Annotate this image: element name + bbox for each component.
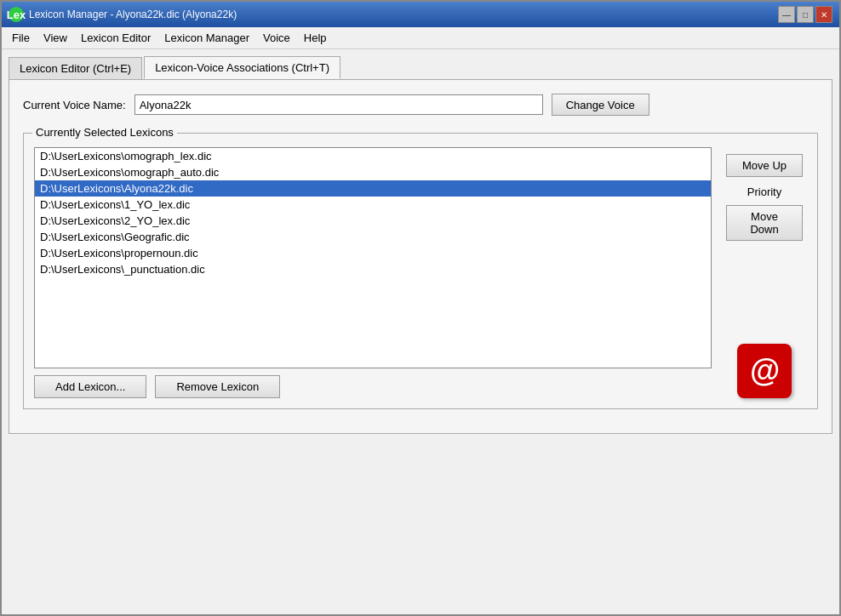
remove-lexicon-button[interactable]: Remove Lexicon (155, 375, 280, 398)
list-item[interactable]: D:\UserLexicons\omograph_auto.dic (35, 164, 711, 180)
voice-row: Current Voice Name: Change Voice (23, 94, 818, 116)
lexicons-controls: Move Up Priority Move Down @ (722, 147, 807, 398)
title-bar: Lex Lexicon Manager - Alyona22k.dic (Aly… (2, 2, 839, 27)
menu-item-file[interactable]: File (5, 29, 37, 47)
main-window: Lex Lexicon Manager - Alyona22k.dic (Aly… (0, 0, 841, 616)
title-bar-left: Lex Lexicon Manager - Alyona22k.dic (Aly… (9, 7, 237, 22)
lexicons-legend: Currently Selected Lexicons (32, 126, 177, 139)
move-down-button[interactable]: Move Down (726, 205, 803, 241)
lexicons-list: D:\UserLexicons\omograph_lex.dicD:\UserL… (34, 147, 712, 398)
bottom-buttons: Add Lexicon... Remove Lexicon (34, 375, 280, 398)
menu-item-help[interactable]: Help (297, 29, 334, 47)
close-button[interactable]: ✕ (815, 6, 832, 23)
tab-lexicon-editor[interactable]: Lexicon Editor (Ctrl+E) (9, 57, 142, 79)
voice-name-label: Current Voice Name: (23, 99, 126, 111)
menu-bar: FileViewLexicon EditorLexicon ManagerVoi… (2, 27, 839, 49)
list-item[interactable]: D:\UserLexicons\_punctuation.dic (35, 261, 711, 277)
list-item[interactable]: D:\UserLexicons\2_YO_lex.dic (35, 213, 711, 229)
change-voice-button[interactable]: Change Voice (552, 94, 649, 116)
content-area: Lexicon Editor (Ctrl+E) Lexicon-Voice As… (2, 49, 839, 614)
bottom-row: Add Lexicon... Remove Lexicon (34, 375, 712, 398)
menu-item-view[interactable]: View (37, 29, 74, 47)
lexicons-body: D:\UserLexicons\omograph_lex.dicD:\UserL… (34, 147, 807, 398)
app-icon-label: Lex (7, 9, 26, 21)
maximize-button[interactable]: □ (797, 6, 814, 23)
menu-item-lexicon-editor[interactable]: Lexicon Editor (74, 29, 157, 47)
minimize-button[interactable]: — (778, 6, 795, 23)
list-item[interactable]: D:\UserLexicons\Geografic.dic (35, 229, 711, 245)
list-item[interactable]: D:\UserLexicons\1_YO_lex.dic (35, 197, 711, 213)
list-item[interactable]: D:\UserLexicons\propernoun.dic (35, 245, 711, 261)
list-item[interactable]: D:\UserLexicons\omograph_lex.dic (35, 148, 711, 164)
tab-content: Current Voice Name: Change Voice Current… (9, 79, 832, 434)
tab-bar: Lexicon Editor (Ctrl+E) Lexicon-Voice As… (9, 56, 832, 79)
lexicons-group: Currently Selected Lexicons D:\UserLexic… (23, 133, 818, 409)
list-item[interactable]: D:\UserLexicons\Alyona22k.dic (35, 180, 711, 197)
menu-item-lexicon-manager[interactable]: Lexicon Manager (157, 29, 256, 47)
add-lexicon-button[interactable]: Add Lexicon... (34, 375, 146, 398)
audacity-icon[interactable]: @ (737, 344, 792, 398)
window-title: Lexicon Manager - Alyona22k.dic (Alyona2… (29, 9, 237, 20)
title-bar-buttons: — □ ✕ (778, 6, 832, 23)
move-up-button[interactable]: Move Up (726, 154, 803, 177)
priority-label: Priority (726, 179, 803, 205)
menu-item-voice[interactable]: Voice (256, 29, 297, 47)
lexicons-listbox[interactable]: D:\UserLexicons\omograph_lex.dicD:\UserL… (34, 147, 712, 368)
voice-name-input[interactable] (134, 94, 543, 115)
app-icon: Lex (9, 7, 24, 22)
tab-lexicon-voice-associations[interactable]: Lexicon-Voice Associations (Ctrl+T) (144, 56, 340, 79)
